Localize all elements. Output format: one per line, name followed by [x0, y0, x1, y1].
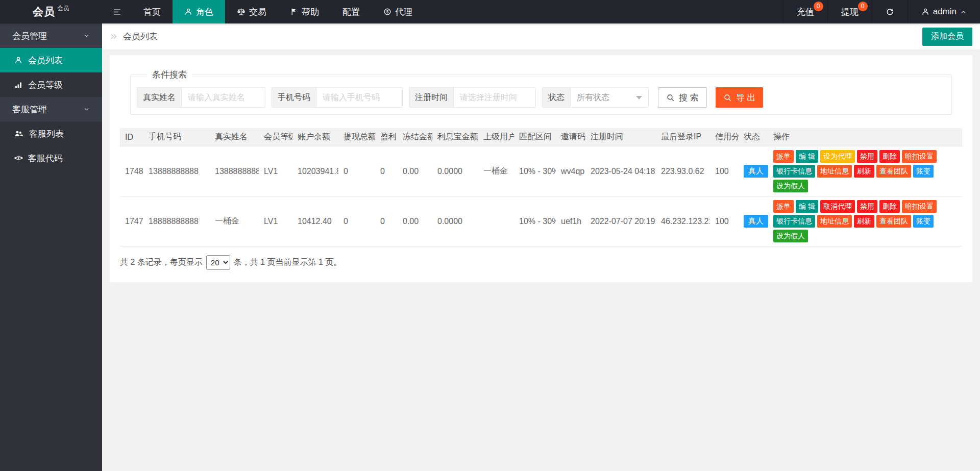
action-button[interactable]: 账变	[913, 215, 934, 228]
table-cell: 0	[375, 146, 398, 196]
action-button[interactable]: 派单	[773, 150, 794, 163]
export-button[interactable]: 导 出	[716, 87, 764, 108]
action-button[interactable]: 禁用	[857, 200, 877, 213]
sidebar-item-4[interactable]: 客服列表	[0, 121, 102, 146]
breadcrumb-bar: 会员列表 添加会员	[102, 23, 980, 49]
refresh-button[interactable]	[872, 0, 908, 23]
column-header: 利息宝金额	[432, 128, 478, 146]
column-header: 提现总额	[338, 128, 375, 146]
action-button[interactable]: 刷新	[854, 165, 874, 178]
table-cell: 一桶金	[478, 146, 514, 196]
action-button[interactable]: 设为假人	[773, 180, 808, 192]
flag-icon	[290, 8, 298, 16]
quick-item-1[interactable]: 提现0	[827, 0, 872, 23]
content: 条件搜索 真实姓名手机号码注册时间状态所有状态 搜 索 导 出	[102, 49, 980, 282]
status-select[interactable]: 所有状态	[571, 88, 648, 107]
nav-item-1[interactable]: 角色	[173, 0, 225, 23]
app-root: 会员 会员 首页角色交易帮助配置$代理 充值0提现0 admin 会员管理会员列…	[0, 0, 980, 471]
action-button[interactable]: 查看团队	[876, 215, 911, 228]
breadcrumb: 会员列表	[110, 31, 158, 42]
table-cell: 10412.40	[292, 196, 338, 246]
sidebar-item-3[interactable]: 客服管理	[0, 97, 102, 121]
field-label: 注册时间	[409, 88, 454, 107]
action-button[interactable]: 取消代理	[820, 200, 855, 213]
chevron-up-icon	[960, 9, 967, 15]
main-area: 会员列表 添加会员 条件搜索 真实姓名手机号码注册时间状态所有状态 搜 索	[102, 23, 980, 471]
page-info-text: 条，共 1 页当前显示第 1 页。	[234, 257, 342, 268]
sidebar-item-label: 会员管理	[12, 30, 47, 42]
nav-item-label: 代理	[395, 6, 412, 18]
field-label: 手机号码	[272, 88, 316, 107]
action-button[interactable]: 禁用	[857, 150, 877, 163]
quick-item-0[interactable]: 充值0	[783, 0, 827, 23]
table-header-row: ID手机号码真实姓名会员等级账户余额提现总额盈利冻结金额利息宝金额上级用户匹配区…	[120, 128, 962, 146]
nav-item-label: 配置	[342, 6, 360, 18]
field-input-1[interactable]	[316, 88, 402, 107]
quick-item-label: 提现	[841, 6, 859, 18]
table-cell: uef1h	[556, 196, 585, 246]
nav-item-3[interactable]: 帮助	[278, 0, 331, 23]
action-button[interactable]: 暗扣设置	[902, 150, 937, 163]
action-button[interactable]: 派单	[773, 200, 794, 213]
sidebar-item-label: 会员等级	[28, 79, 63, 91]
action-button[interactable]: 刷新	[854, 215, 874, 228]
nav-item-0[interactable]: 首页	[132, 0, 173, 23]
action-button[interactable]: 编 辑	[796, 150, 818, 163]
sidebar-item-0[interactable]: 会员管理	[0, 23, 102, 48]
nav-item-4[interactable]: 配置	[331, 0, 372, 23]
action-button[interactable]: 删除	[879, 200, 900, 213]
column-header: 匹配区间	[514, 128, 556, 146]
action-button[interactable]: 设为假人	[773, 230, 808, 242]
search-field-2: 注册时间	[409, 87, 536, 108]
column-header: 状态	[739, 128, 768, 146]
action-button[interactable]: 查看团队	[876, 165, 911, 178]
logo-text: 会员	[33, 5, 55, 19]
action-button[interactable]: 地址信息	[817, 215, 852, 228]
page-size-select[interactable]: 20	[206, 255, 230, 270]
search-panel: 条件搜索 真实姓名手机号码注册时间状态所有状态 搜 索 导 出	[130, 69, 952, 115]
add-member-button[interactable]: 添加会员	[922, 28, 972, 46]
table-cell: 2022-07-07 20:19:37	[585, 196, 656, 246]
person-icon	[184, 8, 192, 16]
table-cell: 18888888888	[143, 196, 210, 246]
chevron-down-icon	[83, 106, 90, 113]
action-button[interactable]: 设为代理	[820, 150, 855, 163]
action-button[interactable]: 删除	[879, 150, 900, 163]
search-field-3: 状态所有状态	[542, 87, 649, 108]
table-row-1: 174718888888888一桶金LV110412.40000.000.000…	[120, 196, 962, 246]
search-button[interactable]: 搜 索	[658, 87, 707, 108]
column-header: 操作	[768, 128, 962, 146]
column-header: 真实姓名	[210, 128, 259, 146]
app-logo: 会员 会员	[0, 0, 102, 23]
action-button[interactable]: 银行卡信息	[773, 215, 815, 228]
nav-item-5[interactable]: $代理	[372, 0, 424, 23]
sidebar-item-5[interactable]: </>客服代码	[0, 146, 102, 170]
user-menu[interactable]: admin	[908, 0, 980, 23]
pagination: 共 2 条记录，每页显示 20 条，共 1 页当前显示第 1 页。	[120, 255, 962, 270]
logo-subtext: 会员	[57, 4, 69, 13]
action-button[interactable]: 地址信息	[817, 165, 852, 178]
nav-item-2[interactable]: 交易	[225, 0, 278, 23]
action-button[interactable]: 银行卡信息	[773, 165, 815, 178]
action-button[interactable]: 账变	[913, 165, 934, 178]
menu-toggle-icon[interactable]	[102, 0, 132, 23]
top-navbar: 会员 会员 首页角色交易帮助配置$代理 充值0提现0 admin	[0, 0, 980, 23]
page-title: 会员列表	[123, 31, 158, 42]
field-label: 真实姓名	[137, 88, 182, 107]
double-chevron-icon	[110, 32, 118, 41]
status-select-value: 所有状态	[577, 92, 609, 103]
hamburger-icon	[113, 8, 121, 16]
caret-down-icon	[636, 96, 642, 100]
sidebar-item-label: 客服列表	[29, 128, 64, 140]
field-input-0[interactable]	[182, 88, 265, 107]
main-nav: 首页角色交易帮助配置$代理	[132, 0, 424, 23]
search-field-1: 手机号码	[272, 87, 403, 108]
action-button[interactable]: 暗扣设置	[902, 200, 937, 213]
table-cell	[478, 196, 514, 246]
members-table: ID手机号码真实姓名会员等级账户余额提现总额盈利冻结金额利息宝金额上级用户匹配区…	[120, 128, 962, 246]
sidebar-item-1[interactable]: 会员列表	[0, 48, 102, 72]
sidebar-item-2[interactable]: 会员等级	[0, 72, 102, 97]
field-input-2[interactable]	[454, 88, 535, 107]
action-button[interactable]: 编 辑	[796, 200, 818, 213]
actions-cell: 派单编 辑设为代理禁用删除暗扣设置银行卡信息地址信息刷新查看团队账变设为假人	[768, 146, 962, 196]
